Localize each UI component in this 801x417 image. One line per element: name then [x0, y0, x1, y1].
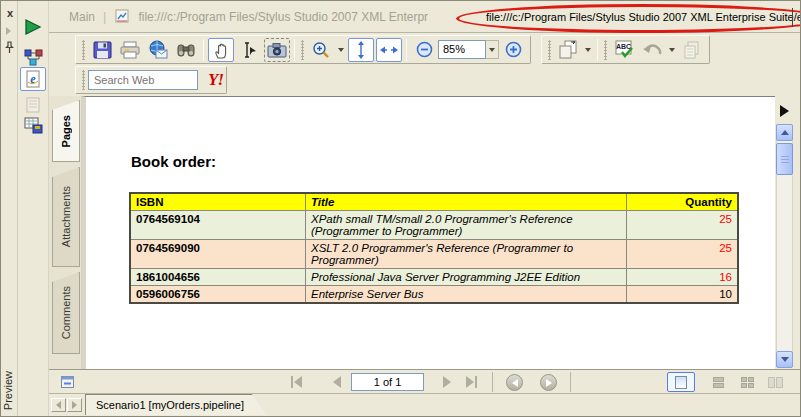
sidebar-tab-pages-label: Pages — [60, 115, 72, 147]
table-header-row: ISBN Title Quantity — [130, 193, 738, 211]
toolbar-band-secondary: ABC — [541, 35, 710, 64]
continuous-layout-button[interactable] — [706, 372, 730, 392]
panel-expand-icon[interactable] — [780, 105, 789, 117]
single-page-layout-button[interactable] — [667, 372, 695, 392]
next-view-button[interactable] — [540, 374, 557, 391]
camera-icon — [267, 42, 287, 58]
dock-arrow-icon[interactable] — [6, 27, 11, 35]
pin-icon[interactable] — [4, 41, 15, 54]
bottom-toolbar: 1 of 1 — [49, 369, 801, 393]
tab-scroll-left-button[interactable] — [51, 398, 66, 412]
text-select-icon — [240, 41, 258, 59]
find-button[interactable] — [173, 38, 199, 62]
continuous-facing-layout-button[interactable] — [735, 372, 759, 392]
last-page-button[interactable] — [461, 373, 481, 391]
toolbar-band-main: 85% — [75, 35, 531, 64]
previous-view-button[interactable] — [506, 374, 523, 391]
band-grip[interactable] — [82, 40, 85, 60]
cell-title: XPath small TM/small 2.0 Programmer's Re… — [305, 211, 626, 240]
band-grip[interactable] — [604, 40, 607, 60]
sidebar-tab-comments[interactable]: Comments — [52, 272, 80, 354]
tab-main[interactable]: Main — [69, 10, 95, 24]
next-page-button[interactable] — [437, 373, 457, 391]
toolbar-separator — [570, 372, 571, 392]
search-input[interactable] — [88, 70, 198, 90]
previous-page-button[interactable] — [327, 373, 347, 391]
tab-file-url[interactable]: file:///c:/Program Files/Stylus Studio 2… — [138, 10, 428, 24]
cell-isbn: 0596006756 — [130, 286, 305, 304]
back-arrow-icon — [512, 379, 518, 387]
tab-separator: | — [103, 9, 106, 24]
tool-rail: e — [18, 1, 49, 416]
header-isbn: ISBN — [130, 193, 305, 211]
sidebar-tab-attachments[interactable]: Attachments — [52, 167, 80, 267]
undo-button[interactable] — [639, 38, 665, 62]
sidebar-tab-attachments-label: Attachments — [60, 186, 72, 247]
cell-isbn: 0764569104 — [130, 211, 305, 240]
cell-title: Enterprise Server Bus — [305, 286, 626, 304]
toolbar-separator — [406, 39, 407, 61]
zoom-in-button[interactable] — [500, 38, 526, 62]
scenario-tab[interactable]: Scenario1 [myOrders.pipeline] — [85, 394, 266, 415]
zoom-level-combobox[interactable]: 85% — [438, 40, 486, 59]
vertical-scrollbar[interactable] — [775, 96, 795, 369]
run-icon — [23, 18, 43, 36]
close-icon[interactable]: x — [4, 7, 16, 19]
yahoo-logo[interactable]: Y! — [208, 70, 223, 90]
mail-web-button[interactable] — [145, 38, 171, 62]
tab-scroll-right-button[interactable] — [67, 398, 82, 412]
collapse-preview-button[interactable] — [58, 373, 76, 390]
save-button[interactable] — [89, 38, 115, 62]
fit-width-icon — [380, 43, 398, 57]
zoom-level-caret[interactable] — [486, 40, 499, 59]
hand-icon — [212, 41, 230, 59]
undo-caret-icon[interactable] — [669, 48, 675, 52]
band-grip[interactable] — [301, 40, 304, 60]
fit-width-button[interactable] — [376, 38, 402, 62]
undo-icon — [642, 42, 662, 58]
scroll-down-button[interactable] — [776, 351, 793, 368]
first-page-button[interactable] — [286, 373, 306, 391]
cell-quantity: 10 — [626, 286, 738, 304]
band-grip[interactable] — [82, 70, 85, 90]
zoom-out-icon — [416, 41, 433, 58]
browser-preview-button[interactable]: e — [20, 67, 46, 91]
scenario-tab-bar: Scenario1 [myOrders.pipeline] — [49, 393, 801, 415]
document-preview: Book order: ISBN Title Quantity 07645691… — [81, 96, 775, 369]
save-icon — [93, 41, 112, 59]
zoom-tool-caret-icon[interactable] — [338, 48, 344, 52]
fit-height-button[interactable] — [348, 38, 374, 62]
dock-strip: x Preview — [1, 1, 18, 416]
toolbar: 85% — [49, 34, 801, 96]
header-quantity: Quantity — [626, 193, 738, 211]
single-page-icon — [675, 376, 687, 389]
document-heading: Book order: — [131, 153, 216, 170]
panel-title: Preview — [2, 371, 14, 410]
text-select-button[interactable] — [236, 38, 262, 62]
zoom-tool-button[interactable] — [308, 38, 334, 62]
pipeline-view-button[interactable] — [20, 45, 46, 69]
chevron-down-icon — [781, 357, 789, 362]
spellcheck-button[interactable]: ABC — [611, 38, 637, 62]
header-title: Title — [305, 193, 626, 211]
snapshot-button[interactable] — [264, 38, 290, 62]
sidebar-tab-pages[interactable]: Pages — [52, 100, 80, 162]
print-button[interactable] — [117, 38, 143, 62]
run-button[interactable] — [20, 15, 46, 39]
document-icon — [26, 97, 40, 113]
toolbar-separator — [492, 372, 493, 392]
zoom-out-button[interactable] — [411, 38, 437, 62]
hand-tool-button[interactable] — [208, 38, 234, 62]
facing-layout-button[interactable] — [763, 372, 787, 392]
page-setup-caret-icon[interactable] — [585, 48, 591, 52]
page-setup-button[interactable] — [555, 38, 581, 62]
band-grip[interactable] — [548, 40, 551, 60]
collapse-window-icon — [61, 376, 74, 388]
export-grid-button[interactable] — [20, 113, 46, 137]
cell-quantity: 16 — [626, 269, 738, 286]
copy-button[interactable] — [679, 38, 705, 62]
scroll-up-button[interactable] — [776, 124, 793, 141]
page-indicator[interactable]: 1 of 1 — [351, 373, 424, 391]
scrollbar-thumb[interactable] — [776, 143, 793, 175]
toolbar-separator — [203, 39, 204, 61]
